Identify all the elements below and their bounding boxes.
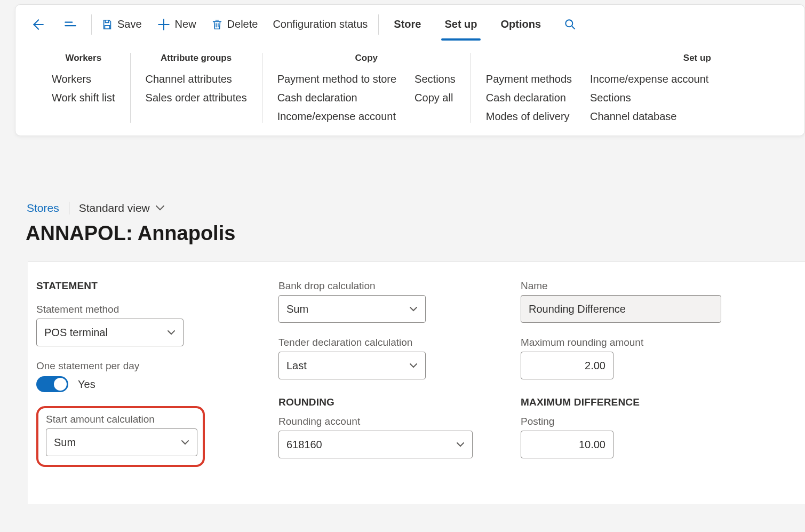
rounding-section-title: ROUNDING [278,396,521,408]
ribbon-item-income-expense-account[interactable]: Income/expense account [277,110,396,123]
name-value: Rounding Difference [529,303,626,315]
ribbon-item-income-expense-account-setup[interactable]: Income/expense account [590,73,708,85]
statement-section-title: STATEMENT [36,280,278,292]
bank-drop-calculation-label: Bank drop calculation [278,280,521,292]
menu-button[interactable] [56,5,89,44]
trash-icon [211,19,223,30]
chevron-down-icon [409,306,418,312]
toolbar-separator [91,14,92,35]
chevron-down-icon [167,330,176,335]
ribbon-item-cash-declaration[interactable]: Cash declaration [277,92,396,104]
tab-store-label: Store [394,18,421,30]
toolbar-separator [378,14,379,35]
tab-set-up-label: Set up [444,18,477,30]
maximum-rounding-amount-input[interactable]: 2.00 [521,352,613,379]
new-label: New [175,18,196,30]
config-status-label: Configuration status [273,18,368,30]
ribbon-item-payment-methods[interactable]: Payment methods [486,73,572,85]
ribbon-item-cash-declaration-setup[interactable]: Cash declaration [486,92,572,104]
delete-label: Delete [227,18,258,30]
bank-drop-calculation-value: Sum [286,303,308,315]
ribbon-item-sections-setup[interactable]: Sections [590,92,708,104]
rounding-account-label: Rounding account [278,416,521,427]
back-button[interactable] [23,5,56,44]
save-icon [101,19,113,30]
statement-method-select[interactable]: POS terminal [36,319,184,346]
ribbon: Workers Workers Work shift list Attribut… [15,44,804,136]
ribbon-item-sales-order-attributes[interactable]: Sales order attributes [146,92,247,104]
ribbon-group-copy: Copy Payment method to store Cash declar… [262,53,471,123]
chevron-down-icon [409,363,418,368]
chevron-down-icon [155,205,165,211]
search-icon [563,18,577,31]
form-column-2: Bank drop calculation Sum Tender declara… [278,280,521,472]
toggle-knob [54,378,67,391]
chevron-down-icon [456,442,465,447]
ribbon-group-set-up: Set up Payment methods Cash declaration … [471,53,804,123]
ribbon-group-workers: Workers Workers Work shift list [37,53,130,123]
ribbon-item-sections[interactable]: Sections [415,73,456,85]
bank-drop-calculation-select[interactable]: Sum [278,295,426,323]
ribbon-item-payment-method-to-store[interactable]: Payment method to store [277,73,396,85]
one-statement-per-day-toggle[interactable] [36,376,68,392]
ribbon-group-title: Workers [52,53,115,73]
page-title: ANNAPOL: Annapolis [26,222,235,245]
tab-store[interactable]: Store [382,5,433,44]
name-label: Name [521,280,805,292]
config-status-button[interactable]: Configuration status [265,5,375,44]
maximum-rounding-amount-label: Maximum rounding amount [521,337,805,348]
tab-options-label: Options [501,18,541,30]
ribbon-group-attribute-groups: Attribute groups Channel attributes Sale… [130,53,262,123]
one-statement-per-day-label: One statement per day [36,360,278,372]
one-statement-per-day-value: Yes [78,378,95,391]
tender-declaration-calculation-value: Last [286,360,307,372]
statement-method-label: Statement method [36,304,278,315]
plus-icon [157,18,171,31]
statement-method-value: POS terminal [44,327,108,339]
ribbon-item-work-shift-list[interactable]: Work shift list [52,92,115,104]
posting-input[interactable]: 10.00 [521,431,613,458]
maximum-difference-section-title: MAXIMUM DIFFERENCE [521,396,805,408]
search-button[interactable] [556,5,589,44]
ribbon-item-workers[interactable]: Workers [52,73,115,85]
view-picker-label: Standard view [79,202,150,215]
toolbar: Save New Delete Configuration status Sto [15,5,804,44]
start-amount-highlight: Start amount calculation Sum [36,406,205,467]
start-amount-calculation-select[interactable]: Sum [46,428,197,456]
form-panel: STATEMENT Statement method POS terminal … [28,261,805,504]
breadcrumb-separator [69,202,69,215]
tender-declaration-calculation-select[interactable]: Last [278,352,426,379]
breadcrumb-stores-link[interactable]: Stores [27,202,59,215]
view-picker[interactable]: Standard view [79,202,165,215]
ribbon-item-channel-database[interactable]: Channel database [590,110,708,123]
posting-label: Posting [521,416,805,427]
tab-set-up[interactable]: Set up [433,5,489,44]
save-label: Save [117,18,142,30]
breadcrumb-bar: Stores Standard view [27,202,165,215]
ribbon-item-modes-of-delivery[interactable]: Modes of delivery [486,110,572,123]
start-amount-calculation-label: Start amount calculation [46,414,195,425]
svg-point-0 [565,20,572,27]
tab-options[interactable]: Options [489,5,553,44]
save-button[interactable]: Save [94,5,149,44]
form-column-3: Name Rounding Difference Maximum roundin… [521,280,805,472]
new-button[interactable]: New [149,5,204,44]
rounding-account-value: 618160 [286,439,322,451]
maximum-rounding-amount-value: 2.00 [585,360,605,372]
ribbon-group-title: Set up [486,53,790,73]
start-amount-calculation-value: Sum [54,436,76,449]
ribbon-group-title: Copy [277,53,456,73]
ribbon-item-channel-attributes[interactable]: Channel attributes [146,73,247,85]
name-field: Rounding Difference [521,295,721,323]
delete-button[interactable]: Delete [204,5,266,44]
app-card: Save New Delete Configuration status Sto [15,4,805,136]
rounding-account-select[interactable]: 618160 [278,431,473,458]
form-column-1: STATEMENT Statement method POS terminal … [36,280,278,472]
back-arrow-icon [30,18,44,31]
tender-declaration-calculation-label: Tender declaration calculation [278,337,521,348]
posting-value: 10.00 [579,439,605,451]
ribbon-group-title: Attribute groups [146,53,247,73]
chevron-down-icon [181,440,189,445]
menu-lines-icon [63,18,77,31]
ribbon-item-copy-all[interactable]: Copy all [415,92,456,104]
